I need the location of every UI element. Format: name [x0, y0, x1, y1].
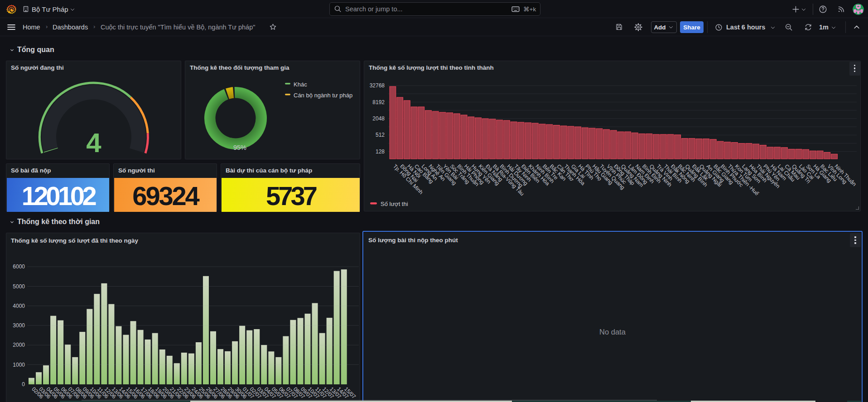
svg-text:2000: 2000: [13, 342, 25, 348]
svg-text:5000: 5000: [13, 283, 25, 290]
svg-text:1000: 1000: [13, 362, 25, 368]
svg-text:2048: 2048: [372, 115, 385, 122]
svg-text:Cán bộ ngành tư pháp: Cán bộ ngành tư pháp: [294, 92, 352, 99]
svg-text:512: 512: [376, 132, 385, 138]
svg-text:0: 0: [22, 381, 25, 388]
svg-text:6000: 6000: [13, 263, 25, 270]
svg-text:4: 4: [86, 128, 101, 158]
svg-text:8192: 8192: [372, 99, 385, 105]
svg-text:4000: 4000: [13, 303, 25, 309]
svg-text:Số lượt thi: Số lượt thi: [381, 201, 408, 207]
svg-text:32768: 32768: [370, 82, 385, 89]
svg-text:Khác: Khác: [294, 81, 307, 88]
svg-text:128: 128: [376, 148, 385, 155]
svg-text:3000: 3000: [13, 322, 25, 329]
svg-text:95%: 95%: [233, 144, 246, 151]
